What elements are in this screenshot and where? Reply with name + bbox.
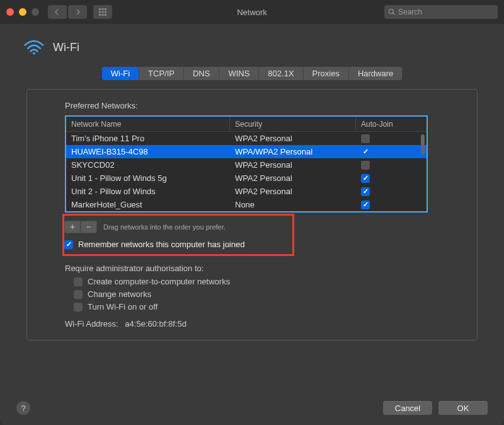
- preferred-networks-table[interactable]: Network Name Security Auto-Join Tim's iP…: [65, 115, 428, 212]
- auto-join-cell: [356, 174, 415, 183]
- network-security: WPA2 Personal: [230, 187, 356, 196]
- table-row[interactable]: HUAWEI-B315-4C98WPA/WPA2 Personal: [66, 145, 427, 158]
- add-remove-buttons: ＋ －: [64, 221, 97, 233]
- remember-networks-checkbox[interactable]: [64, 240, 73, 249]
- add-network-button[interactable]: ＋: [64, 221, 81, 233]
- content: Wi-Fi Wi-FiTCP/IPDNSWINS802.1XProxiesHar…: [0, 24, 504, 396]
- tab-8021x[interactable]: 802.1X: [259, 67, 303, 80]
- tab-wifi[interactable]: Wi-Fi: [102, 67, 139, 80]
- scrollbar[interactable]: [421, 134, 425, 154]
- admin-item-label: Change networks: [88, 289, 151, 299]
- svg-rect-0: [99, 8, 101, 10]
- svg-point-11: [33, 52, 35, 55]
- search-icon: [388, 8, 396, 16]
- network-security: WPA2 Personal: [230, 173, 356, 183]
- table-header: Network Name Security Auto-Join: [66, 117, 427, 132]
- cancel-button[interactable]: Cancel: [383, 401, 432, 415]
- auto-join-cell: [356, 148, 415, 156]
- network-security: WPA/WPA2 Personal: [230, 147, 356, 156]
- admin-checkbox[interactable]: [74, 303, 83, 311]
- admin-checkbox[interactable]: [74, 290, 83, 299]
- wifi-icon: [24, 39, 44, 55]
- remove-network-button[interactable]: －: [81, 221, 97, 233]
- highlight-annotation: ＋ － Drag networks into the order you pre…: [62, 214, 294, 256]
- table-row[interactable]: Unit 1 - Pillow of Winds 5gWPA2 Personal: [66, 172, 427, 185]
- drag-hint: Drag networks into the order you prefer.: [103, 223, 226, 231]
- svg-rect-7: [102, 14, 104, 16]
- admin-item: Change networks: [74, 289, 462, 299]
- admin-item: Create computer-to-computer networks: [74, 277, 462, 286]
- traffic-lights: [6, 8, 39, 16]
- network-security: None: [230, 200, 356, 209]
- tab-proxies[interactable]: Proxies: [304, 67, 349, 80]
- page-title: Wi-Fi: [53, 41, 79, 54]
- network-security: WPA2 Personal: [230, 134, 356, 143]
- titlebar: Network Search: [0, 0, 504, 24]
- footer: ? Cancel OK: [0, 396, 504, 425]
- wifi-header: Wi-Fi: [24, 39, 484, 55]
- auto-join-checkbox[interactable]: [361, 201, 370, 209]
- network-preferences-window: Network Search Wi-Fi Wi-FiTCP/IPDNSWINS8…: [0, 0, 504, 425]
- zoom-icon[interactable]: [32, 8, 39, 16]
- table-row[interactable]: SKYCCD02WPA2 Personal: [66, 158, 427, 172]
- admin-checkbox[interactable]: [74, 277, 83, 286]
- network-name: SKYCCD02: [66, 160, 230, 170]
- search-input[interactable]: Search: [384, 5, 498, 19]
- table-row[interactable]: Tim's iPhone 11 ProWPA2 Personal: [66, 132, 427, 145]
- admin-item-label: Create computer-to-computer networks: [88, 277, 230, 286]
- minimize-icon[interactable]: [19, 8, 26, 16]
- admin-section: Require administrator authorisation to: …: [65, 264, 462, 311]
- column-security[interactable]: Security: [230, 117, 356, 131]
- svg-rect-8: [105, 14, 106, 16]
- network-security: WPA2 Personal: [230, 160, 356, 170]
- wifi-address-value: a4:5e:60:bf:8f:5d: [125, 319, 186, 329]
- auto-join-checkbox[interactable]: [361, 134, 370, 143]
- wifi-address-label: Wi-Fi Address:: [65, 319, 118, 329]
- tab-bar: Wi-FiTCP/IPDNSWINS802.1XProxiesHardware: [20, 67, 484, 80]
- show-all-button[interactable]: [93, 5, 112, 19]
- auto-join-cell: [356, 134, 415, 143]
- tab-wins[interactable]: WINS: [219, 67, 259, 80]
- svg-rect-6: [99, 14, 101, 16]
- tab-tcpip[interactable]: TCP/IP: [139, 67, 184, 80]
- admin-item-label: Turn Wi-Fi on or off: [88, 302, 158, 311]
- auto-join-cell: [356, 187, 415, 196]
- auto-join-checkbox[interactable]: [361, 187, 370, 196]
- auto-join-checkbox[interactable]: [361, 161, 370, 170]
- tab-hardware[interactable]: Hardware: [349, 67, 402, 80]
- svg-rect-5: [105, 11, 106, 13]
- auto-join-cell: [356, 161, 415, 170]
- nav-buttons: [48, 5, 87, 19]
- svg-rect-2: [105, 8, 106, 10]
- network-name: Tim's iPhone 11 Pro: [66, 134, 230, 143]
- window-title: Network: [237, 8, 267, 17]
- auto-join-checkbox[interactable]: [361, 174, 370, 183]
- table-row[interactable]: Unit 2 - Pillow of WindsWPA2 Personal: [66, 185, 427, 198]
- network-name: Unit 1 - Pillow of Winds 5g: [66, 173, 230, 183]
- svg-rect-3: [99, 11, 101, 13]
- help-button[interactable]: ?: [16, 401, 30, 415]
- tab-dns[interactable]: DNS: [184, 67, 219, 80]
- column-network-name[interactable]: Network Name: [66, 117, 230, 131]
- network-name: MarkerHotel_Guest: [66, 200, 230, 209]
- svg-line-10: [393, 13, 395, 15]
- svg-rect-4: [102, 11, 104, 13]
- auto-join-checkbox[interactable]: [361, 148, 370, 156]
- admin-label: Require administrator authorisation to:: [65, 264, 462, 273]
- wifi-address-row: Wi-Fi Address: a4:5e:60:bf:8f:5d: [65, 319, 462, 329]
- wifi-panel: Preferred Networks: Network Name Securit…: [26, 89, 478, 341]
- preferred-networks-label: Preferred Networks:: [65, 101, 462, 110]
- admin-item: Turn Wi-Fi on or off: [74, 302, 462, 311]
- svg-rect-1: [102, 8, 104, 10]
- back-button[interactable]: [48, 5, 67, 19]
- ok-button[interactable]: OK: [438, 401, 488, 415]
- search-placeholder: Search: [398, 8, 422, 16]
- network-name: HUAWEI-B315-4C98: [66, 147, 230, 156]
- network-name: Unit 2 - Pillow of Winds: [66, 187, 230, 196]
- column-auto-join[interactable]: Auto-Join: [356, 117, 415, 131]
- remember-networks-label: Remember networks this computer has join…: [78, 240, 244, 249]
- forward-button[interactable]: [68, 5, 87, 19]
- close-icon[interactable]: [6, 8, 14, 16]
- table-row[interactable]: MarkerHotel_GuestNone: [66, 198, 427, 211]
- auto-join-cell: [356, 201, 415, 209]
